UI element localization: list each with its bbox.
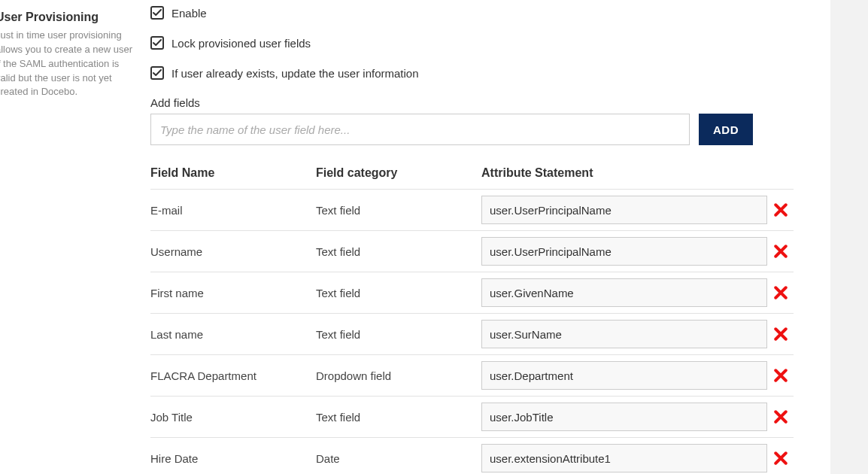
table-row: FLACRA Department Dropdown field (150, 354, 794, 396)
add-fields-input[interactable] (150, 114, 690, 145)
table-row: First name Text field (150, 272, 794, 313)
close-icon (774, 327, 788, 341)
check-icon (153, 39, 162, 47)
delete-button[interactable] (771, 407, 791, 427)
checkbox-update[interactable] (150, 66, 164, 80)
cell-field-name: E-mail (150, 204, 316, 217)
cell-field-name: Hire Date (150, 452, 316, 465)
delete-button[interactable] (771, 324, 791, 344)
cell-field-name: FLACRA Department (150, 369, 316, 382)
attribute-input[interactable] (481, 278, 767, 307)
check-icon (153, 9, 162, 17)
sidebar: User Provisioning Just in time user prov… (0, 0, 144, 474)
check-icon (153, 69, 162, 77)
cell-field-category: Text field (316, 411, 481, 424)
checkbox-label-update: If user already exists, update the user … (171, 67, 419, 80)
cell-field-name: Username (150, 245, 316, 258)
fields-table: Field Name Field category Attribute Stat… (150, 166, 794, 474)
close-icon (774, 410, 788, 424)
attribute-input[interactable] (481, 403, 767, 431)
checkbox-label-enable: Enable (171, 7, 207, 20)
cell-field-name: Last name (150, 328, 316, 341)
cell-field-category: Text field (316, 328, 481, 341)
add-fields-row: ADD (150, 114, 827, 145)
table-row: Hire Date Date (150, 437, 794, 474)
close-icon (774, 203, 788, 217)
header-field-name: Field Name (150, 166, 316, 180)
close-icon (774, 245, 788, 258)
attribute-input[interactable] (481, 237, 767, 266)
sidebar-title: User Provisioning (0, 11, 137, 24)
cell-field-name: Job Title (150, 411, 316, 424)
cell-field-category: Text field (316, 287, 481, 299)
attribute-input[interactable] (481, 444, 767, 472)
checkbox-row-lock: Lock provisioned user fields (150, 36, 827, 50)
delete-button[interactable] (771, 242, 791, 261)
close-icon (774, 369, 788, 382)
checkbox-row-update: If user already exists, update the user … (150, 66, 827, 80)
attribute-input[interactable] (481, 361, 767, 390)
delete-button[interactable] (771, 448, 791, 468)
cell-field-category: Text field (316, 204, 481, 217)
checkbox-enable[interactable] (150, 6, 164, 20)
table-header: Field Name Field category Attribute Stat… (150, 166, 794, 189)
close-icon (774, 286, 788, 299)
cell-field-category: Dropdown field (316, 369, 481, 382)
table-row: Username Text field (150, 230, 794, 272)
delete-button[interactable] (771, 366, 791, 385)
cell-field-category: Text field (316, 245, 481, 258)
header-attribute-statement: Attribute Statement (481, 166, 760, 180)
close-icon (774, 451, 788, 465)
table-row: E-mail Text field (150, 189, 794, 230)
cell-field-name: First name (150, 287, 316, 299)
checkbox-row-enable: Enable (150, 6, 827, 20)
table-row: Last name Text field (150, 313, 794, 354)
checkbox-lock[interactable] (150, 36, 164, 50)
checkbox-label-lock: Lock provisioned user fields (171, 37, 311, 50)
header-field-category: Field category (316, 166, 481, 180)
delete-button[interactable] (771, 283, 791, 302)
right-gutter (830, 0, 868, 474)
delete-button[interactable] (771, 200, 791, 220)
table-row: Job Title Text field (150, 396, 794, 437)
cell-field-category: Date (316, 452, 481, 465)
sidebar-description: Just in time user provisioning allows yo… (0, 29, 137, 99)
add-fields-label: Add fields (150, 96, 827, 109)
attribute-input[interactable] (481, 320, 767, 348)
add-button[interactable]: ADD (699, 114, 753, 145)
main-panel: Enable Lock provisioned user fields If u… (144, 0, 827, 474)
attribute-input[interactable] (481, 196, 767, 224)
